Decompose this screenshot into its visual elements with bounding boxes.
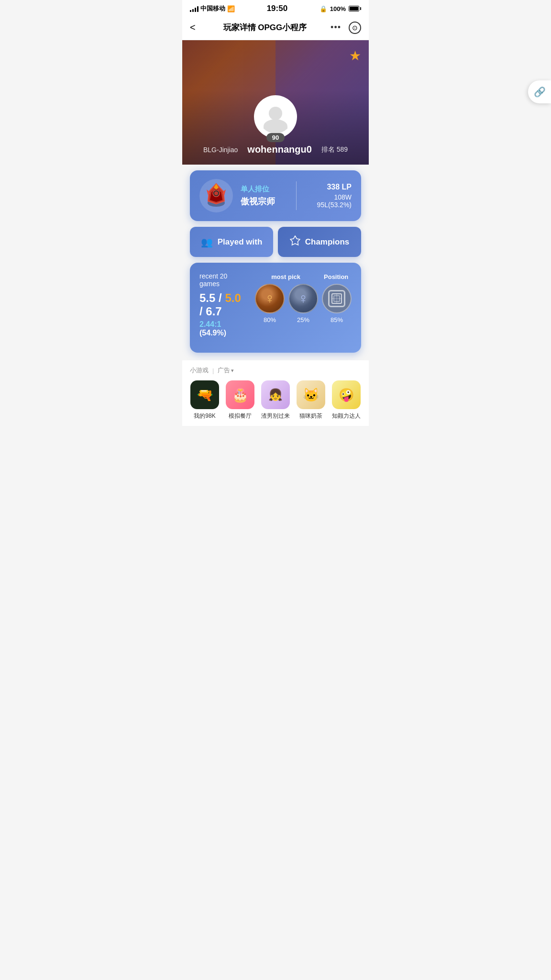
ad-name-1: 模拟餐厅 <box>229 412 252 420</box>
ads-divider: | <box>212 367 214 374</box>
battery-pct: 100% <box>330 5 346 12</box>
champion-2-avatar <box>288 284 318 313</box>
champions-icon <box>290 235 300 248</box>
action-buttons: 👥 Played with Champions <box>190 227 361 257</box>
avatar-container: 90 <box>254 95 297 138</box>
position-pct: 85% <box>331 316 343 323</box>
player-level: 90 <box>266 133 285 142</box>
most-pick-label: most pick <box>271 273 300 280</box>
champion-2: 25% <box>288 284 318 323</box>
rank-position: 排名 589 <box>321 145 348 154</box>
champion-2-pct: 25% <box>297 316 309 323</box>
rank-info-left: 单人排位 傲视宗师 <box>241 185 288 207</box>
minigame-label: 小游戏 <box>190 366 209 375</box>
ads-grid: 🔫 我的98K 🎂 模拟餐厅 👧 渣男别过来 🐱 猫咪奶茶 🤪 知颧力达人 <box>190 380 361 420</box>
ad-label-container[interactable]: 广告 ▾ <box>218 366 234 375</box>
rank-tier: 傲视宗师 <box>241 196 288 207</box>
ad-icon-3: 🐱 <box>297 380 325 409</box>
nav-actions: ••• ⊙ <box>331 22 361 34</box>
avatar-image <box>259 100 292 134</box>
star-icon: ★ <box>349 48 361 63</box>
ad-item-1[interactable]: 🎂 模拟餐厅 <box>225 380 255 420</box>
rank-card: 单人排位 傲视宗师 338 LP 108W 95L(53.2%) <box>190 170 361 221</box>
nav-title: 玩家详情 OPGG小程序 <box>223 22 307 33</box>
ad-icon-2: 👧 <box>261 380 290 409</box>
dropdown-icon: ▾ <box>231 368 234 374</box>
win-rate: (54.9%) <box>199 329 226 337</box>
ad-item-0[interactable]: 🔫 我的98K <box>190 380 220 420</box>
wifi-icon: 📶 <box>227 5 235 12</box>
played-with-icon: 👥 <box>201 236 213 248</box>
time-display: 19:50 <box>267 4 287 13</box>
kda-sep2: / <box>199 305 206 318</box>
avatar <box>254 95 297 138</box>
ad-item-4[interactable]: 🤪 知颧力达人 <box>331 380 361 420</box>
status-bar: 中国移动 📶 19:50 🔒 100% <box>182 0 369 15</box>
position-col: 85% <box>322 284 352 323</box>
ad-icon-4: 🤪 <box>332 380 361 409</box>
kda-display: 5.5 / 5.0 / 6.7 <box>199 291 247 318</box>
rank-divider <box>296 181 297 210</box>
rank-info-right: 338 LP 108W 95L(53.2%) <box>304 183 352 209</box>
champion-1: 80% <box>255 284 285 323</box>
profile-info: BLG-Jinjiao wohennangu0 排名 589 <box>203 144 348 155</box>
stats-left: recent 20 games 5.5 / 5.0 / 6.7 2.44:1 (… <box>199 272 247 337</box>
ad-text: 广告 <box>218 366 230 375</box>
lock-icon: 🔒 <box>320 5 327 12</box>
battery-icon <box>349 6 361 11</box>
server-label: BLG-Jinjiao <box>203 146 238 154</box>
back-button[interactable]: < <box>190 20 199 35</box>
champion-1-pct: 80% <box>264 316 276 323</box>
rank-type: 单人排位 <box>241 185 288 194</box>
profile-hero: ★ 90 BLG-Jinjiao wohennangu0 排名 589 <box>182 40 369 165</box>
page-content: 🔗 ★ 90 BLG-Jinjiao wohennangu0 排名 589 <box>182 40 369 426</box>
kda-sep1: / <box>219 291 225 304</box>
played-with-label: Played with <box>218 237 263 247</box>
rank-record: 108W 95L(53.2%) <box>304 193 352 209</box>
ad-item-2[interactable]: 👧 渣男别过来 <box>261 380 290 420</box>
ads-section: 小游戏 | 广告 ▾ 🔫 我的98K 🎂 模拟餐厅 👧 渣男别过来 🐱 猫 <box>182 360 369 426</box>
ad-name-2: 渣男别过来 <box>261 412 290 420</box>
rank-emblem-icon <box>204 183 228 209</box>
ad-name-3: 猫咪奶茶 <box>299 412 322 420</box>
nav-bar: < 玩家详情 OPGG小程序 ••• ⊙ <box>182 15 369 40</box>
svg-point-2 <box>214 191 218 195</box>
status-left: 中国移动 📶 <box>190 4 235 13</box>
rank-emblem <box>199 179 233 212</box>
more-button[interactable]: ••• <box>331 22 341 33</box>
games-label: recent 20 games <box>199 272 247 288</box>
carrier-label: 中国移动 <box>200 4 225 13</box>
signal-icon <box>190 5 198 12</box>
position-icon <box>328 290 345 307</box>
champion-row: 80% 25% <box>255 284 352 323</box>
stats-right: most pick Position 80% 25% <box>255 272 352 323</box>
player-name: wohennangu0 <box>247 144 311 155</box>
kda-kills: 5.5 <box>199 291 215 304</box>
position-label: Position <box>324 273 348 280</box>
ad-name-4: 知颧力达人 <box>332 412 361 420</box>
stats-ratio: 2.44:1 (54.9%) <box>199 320 247 337</box>
status-right: 🔒 100% <box>320 5 361 12</box>
ratio-value: 2.44:1 <box>199 320 221 328</box>
champions-button[interactable]: Champions <box>278 227 361 257</box>
scan-button[interactable]: ⊙ <box>349 22 361 34</box>
champions-label: Champions <box>305 237 350 247</box>
ad-name-0: 我的98K <box>194 412 215 420</box>
ads-header: 小游戏 | 广告 ▾ <box>190 366 361 375</box>
stats-card: recent 20 games 5.5 / 5.0 / 6.7 2.44:1 (… <box>190 263 361 353</box>
champion-1-avatar <box>255 284 285 313</box>
position-avatar <box>322 284 352 313</box>
ad-icon-1: 🎂 <box>226 380 254 409</box>
ad-item-3[interactable]: 🐱 猫咪奶茶 <box>296 380 326 420</box>
scan-icon: ⊙ <box>352 24 358 32</box>
ad-icon-0: 🔫 <box>190 380 219 409</box>
kda-assists: 6.7 <box>206 305 221 318</box>
played-with-button[interactable]: 👥 Played with <box>190 227 273 257</box>
favorite-button[interactable]: ★ <box>349 48 361 64</box>
kda-deaths: 5.0 <box>225 291 241 304</box>
rank-lp: 338 LP <box>304 183 352 191</box>
